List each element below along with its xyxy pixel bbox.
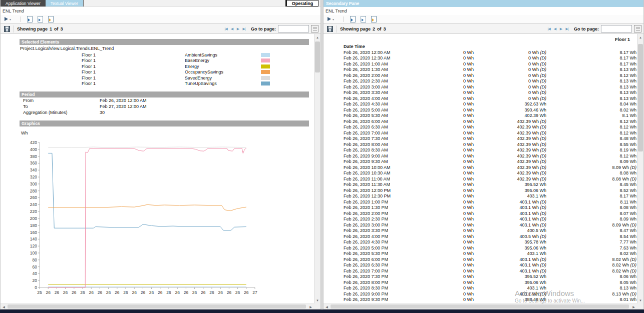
- table-row[interactable]: Feb 26, 2020 10:00 AM0 Wh402.39 Wh (D)8.…: [324, 164, 637, 170]
- scroll-up-icon[interactable]: ▲: [314, 34, 320, 40]
- table-row[interactable]: Feb 26, 2020 12:30 AM0 Wh0 Wh (D)8.17 Wh: [324, 56, 637, 62]
- goto-page-input[interactable]: [601, 25, 632, 32]
- table-row[interactable]: Feb 26, 2020 3:30 AM0 Wh0 Wh (D)8.13 Wh: [324, 90, 637, 96]
- svg-text:320: 320: [30, 174, 37, 180]
- table-row[interactable]: Feb 26, 2020 8:30 PM0 Wh403.1 Wh8.13 Wh: [324, 286, 637, 292]
- table-row[interactable]: Feb 26, 2020 4:00 PM0 Wh400.5 Wh (D)8.54…: [324, 234, 637, 240]
- scroll-right-icon[interactable]: ▶: [630, 304, 637, 309]
- scroll-left-icon[interactable]: ◀: [324, 304, 330, 309]
- scroll-down-icon[interactable]: ▼: [314, 297, 320, 304]
- table-row[interactable]: Feb 26, 2020 3:30 PM0 Wh400.5 Wh8.47 Wh: [324, 228, 637, 234]
- legend-row[interactable]: Floor 1BaseEnergy: [20, 58, 309, 64]
- horizontal-scrollbar[interactable]: ◀ ▶: [324, 304, 637, 309]
- legend-row[interactable]: Floor 1OccupancySavings: [20, 70, 309, 76]
- table-row[interactable]: Feb 26, 2020 11:30 AM0 Wh396.52 Wh8.45 W…: [324, 182, 637, 188]
- table-row[interactable]: Feb 26, 2020 9:30 AM0 Wh402.39 Wh (D)8.0…: [324, 159, 637, 165]
- table-row[interactable]: Feb 26, 2020 4:30 PM0 Wh395.78 Wh7.77 Wh: [324, 240, 637, 246]
- horizontal-scrollbar[interactable]: ◀ ▶: [1, 304, 314, 309]
- table-row[interactable]: Feb 26, 2020 3:00 PM0 Wh403.1 Wh (D)8.09…: [324, 222, 637, 228]
- table-row[interactable]: Feb 26, 2020 6:00 AM0 Wh402.39 Wh (D)8.1…: [324, 118, 637, 124]
- scrollbar-thumb[interactable]: [331, 304, 629, 308]
- chevron-down-icon[interactable]: ▾: [333, 18, 334, 21]
- table-row[interactable]: Feb 26, 2020 1:30 AM0 Wh0 Wh (D)8.13 Wh: [324, 67, 637, 73]
- previous-page-button[interactable]: [552, 26, 558, 32]
- table-row[interactable]: Feb 26, 2020 7:30 PM0 Wh396.52 Wh8.06 Wh: [324, 274, 637, 280]
- play-icon[interactable]: [328, 17, 331, 21]
- play-icon[interactable]: [5, 17, 8, 21]
- table-row[interactable]: Feb 26, 2020 1:00 AM0 Wh0 Wh (D)8.17 Wh: [324, 61, 637, 67]
- table-row[interactable]: Feb 26, 2020 2:30 PM0 Wh403.1 Wh (D)8.09…: [324, 216, 637, 222]
- table-row[interactable]: Feb 26, 2020 12:30 PM0 Wh403.1 Wh8.17 Wh: [324, 194, 637, 200]
- tab-textual-viewer[interactable]: Textual Viewer: [46, 0, 83, 6]
- table-row[interactable]: Feb 26, 2020 1:30 PM0 Wh403.1 Wh (D)8.08…: [324, 205, 637, 211]
- table-row[interactable]: Feb 26, 2020 12:00 PM0 Wh395.06 Wh8.52 W…: [324, 188, 637, 194]
- chevron-down-icon[interactable]: ▾: [10, 18, 11, 21]
- table-row[interactable]: Feb 26, 2020 6:30 PM0 Wh403.1 Wh (D)8.02…: [324, 262, 637, 268]
- previous-page-button[interactable]: [229, 26, 235, 32]
- table-row[interactable]: Feb 26, 2020 9:00 PM0 Wh403.1 Wh (D)8.13…: [324, 291, 637, 297]
- save-icon[interactable]: [327, 26, 333, 32]
- first-page-button[interactable]: [223, 26, 229, 32]
- scrollbar-thumb[interactable]: [638, 44, 643, 152]
- first-page-button[interactable]: [546, 26, 552, 32]
- table-row[interactable]: Feb 26, 2020 8:00 PM0 Wh395.06 Wh8.05 Wh: [324, 280, 637, 286]
- table-row[interactable]: Feb 26, 2020 12:00 AM0 Wh0 Wh (D)8.17 Wh: [324, 50, 637, 56]
- table-row[interactable]: Feb 26, 2020 11:00 AM0 Wh402.39 Wh (D)8.…: [324, 176, 637, 182]
- vertical-scrollbar[interactable]: ▲ ▼: [314, 34, 320, 304]
- go-to-page-button[interactable]: [311, 25, 318, 32]
- scroll-up-icon[interactable]: ▲: [637, 34, 643, 40]
- table-row[interactable]: Feb 26, 2020 6:30 AM0 Wh402.39 Wh (D)8.1…: [324, 124, 637, 130]
- document-export-icon[interactable]: [27, 16, 33, 22]
- table-row[interactable]: Feb 26, 2020 8:30 AM0 Wh402.39 Wh (D)8.1…: [324, 148, 637, 154]
- table-row[interactable]: Feb 26, 2020 7:00 PM0 Wh403.1 Wh (D)8.02…: [324, 268, 637, 274]
- document-export-icon[interactable]: [350, 16, 356, 22]
- document-snapshot-icon[interactable]: [38, 16, 43, 22]
- secondary-pane-header[interactable]: Secondary Pane: [324, 0, 643, 7]
- table-row[interactable]: Feb 26, 2020 2:30 AM0 Wh0 Wh (D)8.13 Wh: [324, 78, 637, 84]
- scroll-left-icon[interactable]: ◀: [1, 304, 7, 309]
- table-row[interactable]: Feb 26, 2020 9:00 AM0 Wh402.39 Wh (D)8.1…: [324, 153, 637, 159]
- table-row[interactable]: Feb 26, 2020 4:00 AM0 Wh0 Wh (D)8.13 Wh: [324, 96, 637, 102]
- scroll-right-icon[interactable]: ▶: [307, 304, 314, 309]
- table-row[interactable]: Feb 26, 2020 5:00 AM0 Wh390.46 Wh8.02 Wh: [324, 107, 637, 113]
- scrollbar-thumb[interactable]: [8, 304, 306, 308]
- table-row[interactable]: Feb 26, 2020 5:30 AM0 Wh402.39 Wh8.1 Wh: [324, 113, 637, 119]
- table-row[interactable]: Feb 26, 2020 5:30 PM0 Wh403.1 Wh8.02 Wh: [324, 251, 637, 257]
- table-row[interactable]: Feb 26, 2020 4:30 AM0 Wh392.63 Wh8.04 Wh: [324, 102, 637, 108]
- tab-application-viewer[interactable]: Application Viewer: [1, 0, 46, 6]
- operating-button[interactable]: Operating: [285, 0, 318, 6]
- scroll-down-icon[interactable]: ▼: [637, 297, 643, 304]
- table-row[interactable]: Feb 26, 2020 9:30 PM0 Wh388.48 Wh8.01 Wh: [324, 297, 637, 303]
- vertical-scrollbar[interactable]: ▲ ▼: [637, 34, 643, 304]
- document-snapshot-icon[interactable]: [361, 16, 366, 22]
- next-page-button[interactable]: [558, 26, 564, 32]
- table-row[interactable]: Feb 26, 2020 7:00 AM0 Wh402.39 Wh (D)8.1…: [324, 130, 637, 136]
- next-page-button[interactable]: [235, 26, 241, 32]
- legend-row[interactable]: Floor 1AmbientSavings: [20, 52, 309, 58]
- table-row[interactable]: Feb 26, 2020 1:00 PM0 Wh403.1 Wh (D)8.11…: [324, 199, 637, 205]
- legend-color-swatch: [261, 70, 270, 74]
- scrollbar-thumb[interactable]: [315, 42, 320, 72]
- last-page-button[interactable]: [241, 26, 247, 32]
- legend-row[interactable]: Floor 1TuneUpSavings: [20, 81, 309, 87]
- legend-row[interactable]: Floor 1SavedEnergy: [20, 75, 309, 81]
- cell-value: 395.06 Wh: [474, 280, 546, 285]
- table-row[interactable]: Feb 26, 2020 10:30 AM0 Wh402.39 Wh (D)8.…: [324, 170, 637, 176]
- table-row[interactable]: Feb 26, 2020 7:30 AM0 Wh402.39 Wh (D)8.4…: [324, 136, 637, 142]
- datetime-column-header[interactable]: Date Time: [324, 44, 637, 50]
- document-edit-icon[interactable]: [48, 16, 54, 22]
- legend-row[interactable]: Floor 1Energy: [20, 64, 309, 70]
- table-row[interactable]: Feb 26, 2020 2:00 AM0 Wh0 Wh (D)8.12 Wh: [324, 72, 637, 78]
- go-to-page-button[interactable]: [634, 25, 641, 32]
- table-row[interactable]: Feb 26, 2020 2:00 PM0 Wh403.1 Wh (D)8.07…: [324, 210, 637, 216]
- table-row[interactable]: Feb 26, 2020 5:00 PM0 Wh395.06 Wh7.63 Wh: [324, 245, 637, 251]
- trend-chart-svg[interactable]: 0204060801001201401601802002202402602803…: [20, 138, 260, 298]
- goto-page-input[interactable]: [278, 25, 309, 32]
- save-icon[interactable]: [4, 26, 10, 32]
- table-row[interactable]: Feb 26, 2020 6:00 PM0 Wh403.1 Wh (D)8.02…: [324, 256, 637, 262]
- cell-value: 392.63 Wh: [474, 102, 546, 106]
- last-page-button[interactable]: [564, 26, 570, 32]
- table-row[interactable]: Feb 26, 2020 3:00 AM0 Wh0 Wh (D)8.13 Wh: [324, 84, 637, 90]
- document-edit-icon[interactable]: [371, 16, 377, 22]
- table-row[interactable]: Feb 26, 2020 8:00 AM0 Wh402.39 Wh (D)8.5…: [324, 142, 637, 148]
